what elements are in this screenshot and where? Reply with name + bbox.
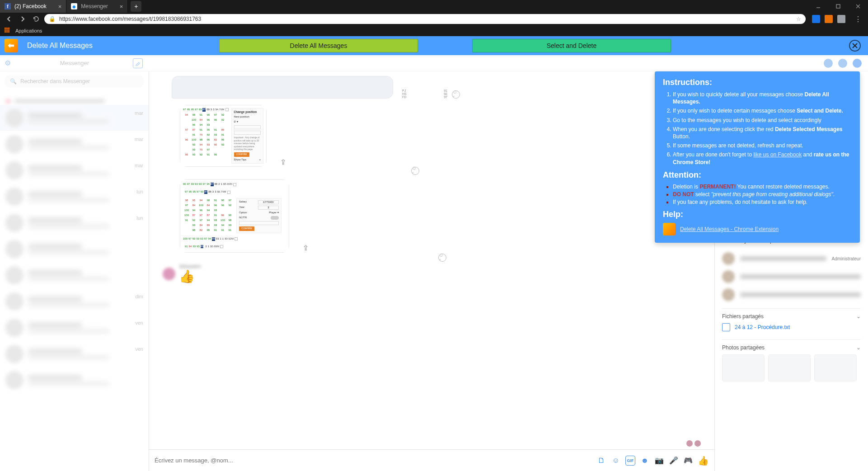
conversation-time: lun bbox=[136, 189, 143, 194]
extension-icon[interactable] bbox=[812, 15, 820, 23]
attachment-icon[interactable]: 🗋 bbox=[596, 456, 606, 466]
back-button[interactable] bbox=[4, 14, 14, 24]
shared-photos-section[interactable]: Photos partagées ⌄ bbox=[722, 344, 861, 351]
close-icon[interactable]: × bbox=[58, 3, 62, 10]
apps-label[interactable]: Applications bbox=[15, 28, 42, 33]
close-icon[interactable]: × bbox=[120, 3, 123, 10]
info-icon[interactable] bbox=[853, 59, 862, 68]
conversation-time: ven bbox=[135, 346, 143, 352]
emoji-icon[interactable]: ☻ bbox=[640, 456, 650, 466]
conversation-item[interactable]: mar bbox=[0, 131, 149, 157]
facebook-icon: f bbox=[5, 3, 11, 9]
photo-thumbnail[interactable] bbox=[768, 354, 811, 382]
conversation-item[interactable] bbox=[0, 236, 149, 262]
message-request-notice[interactable] bbox=[0, 91, 149, 105]
avatar bbox=[5, 214, 23, 232]
instructions-overlay: Instructions: If you wish to quickly del… bbox=[655, 71, 860, 243]
url-text: https://www.facebook.com/messages/t/1998… bbox=[59, 16, 793, 22]
reload-button[interactable] bbox=[31, 14, 42, 24]
conversation-time: ven bbox=[135, 320, 143, 325]
instruction-item: If you wish to quickly delete all your m… bbox=[673, 91, 852, 105]
messenger-icon: ◆ bbox=[71, 3, 77, 9]
conversation-item[interactable]: mar bbox=[0, 157, 149, 184]
sticker-icon[interactable]: ☺ bbox=[611, 456, 621, 466]
avatar bbox=[5, 266, 23, 284]
extension-title: Delete All Messages bbox=[27, 42, 93, 50]
voice-icon[interactable]: 🎤 bbox=[669, 456, 679, 466]
conversation-item[interactable]: dim bbox=[0, 288, 149, 315]
gear-icon[interactable]: ⚙ bbox=[5, 59, 11, 67]
chevron-down-icon: ⌄ bbox=[856, 313, 861, 320]
admin-label: Administrateur bbox=[832, 256, 861, 261]
photo-thumbnail[interactable] bbox=[722, 354, 765, 382]
like-facebook-link[interactable]: like us on Facebook bbox=[753, 151, 802, 158]
compose-button[interactable] bbox=[133, 58, 143, 68]
forward-button[interactable] bbox=[17, 14, 28, 24]
minimize-button[interactable] bbox=[808, 0, 828, 13]
avatar bbox=[5, 188, 23, 206]
photo-thumbnail[interactable] bbox=[814, 354, 857, 382]
extension-bar: Delete All Messages Delete All Messages … bbox=[0, 36, 868, 55]
maximize-button[interactable] bbox=[828, 0, 848, 13]
call-icon[interactable] bbox=[824, 59, 833, 68]
shared-files-section[interactable]: Fichiers partagés ⌄ bbox=[722, 313, 861, 320]
extension-icon[interactable] bbox=[825, 15, 833, 23]
add-reaction-icon[interactable]: ☺⁺ bbox=[411, 167, 419, 175]
attention-item: If you face any problems, do not hesitat… bbox=[673, 199, 852, 205]
member-row[interactable] bbox=[722, 286, 861, 304]
bookmark-star-icon[interactable]: ☆ bbox=[796, 16, 801, 22]
camera-icon[interactable]: 📷 bbox=[654, 456, 664, 466]
share-icon[interactable]: ⇪ bbox=[280, 158, 289, 167]
seen-indicators bbox=[686, 440, 701, 447]
select-and-delete-button[interactable]: Select and Delete bbox=[472, 39, 671, 52]
conversation-item[interactable] bbox=[0, 262, 149, 288]
browser-tab-facebook[interactable]: f (2) Facebook × bbox=[0, 0, 66, 13]
file-item[interactable]: 24 à 12 - Procédure.txt bbox=[722, 320, 861, 335]
member-row[interactable]: Administrateur bbox=[722, 250, 861, 268]
browser-tab-messenger[interactable]: ◆ Messenger × bbox=[66, 0, 128, 13]
apps-icon[interactable] bbox=[5, 28, 11, 34]
message-composer: 🗋 ☺ GIF ☻ 📷 🎤 🎮 👍 bbox=[149, 449, 714, 471]
help-link[interactable]: Delete All Messages - Chrome Extension bbox=[680, 226, 779, 232]
gif-icon[interactable]: GIF bbox=[625, 456, 635, 466]
conversation-item[interactable]: ven bbox=[0, 315, 149, 341]
thumb-up-button[interactable]: 👍 bbox=[698, 455, 709, 466]
conversation-time: lun bbox=[136, 215, 143, 221]
message-image[interactable]: 9795959793 878833$4.76M 949891909792 100… bbox=[180, 105, 267, 167]
conversation-item[interactable] bbox=[0, 367, 149, 393]
conversation-item[interactable]: mar bbox=[0, 105, 149, 131]
message-image[interactable]: 90979393939794 878821$5.90M 9795959793 8… bbox=[180, 179, 289, 253]
add-reaction-icon[interactable]: ☺⁺ bbox=[452, 90, 460, 99]
close-extension-button[interactable] bbox=[849, 40, 861, 52]
conversation-item[interactable]: ven bbox=[0, 341, 149, 367]
delete-all-messages-button[interactable]: Delete All Messages bbox=[219, 39, 418, 52]
close-window-button[interactable] bbox=[848, 0, 868, 13]
instruction-item: If some messages are not deleted, refres… bbox=[673, 142, 852, 149]
browser-menu-button[interactable]: ⋮ bbox=[852, 15, 864, 24]
avatar bbox=[5, 161, 23, 179]
search-input[interactable]: 🔍 Rechercher dans Messenger bbox=[5, 75, 144, 88]
messenger-header: ⚙ Messenger bbox=[0, 55, 868, 71]
member-row[interactable] bbox=[722, 268, 861, 286]
profile-avatar-icon[interactable] bbox=[837, 15, 845, 23]
sender-name: Sébastien bbox=[179, 264, 201, 269]
lock-icon: 🔒 bbox=[49, 16, 56, 22]
avatar bbox=[5, 371, 23, 389]
video-icon[interactable] bbox=[838, 59, 847, 68]
avatar bbox=[163, 268, 175, 280]
add-reaction-icon[interactable]: ☺⁺ bbox=[438, 254, 446, 262]
new-tab-button[interactable]: + bbox=[131, 1, 141, 12]
window-titlebar: f (2) Facebook × ◆ Messenger × + bbox=[0, 0, 868, 13]
message-input[interactable] bbox=[155, 457, 592, 464]
share-icon[interactable]: ⇪ bbox=[303, 244, 312, 253]
address-field[interactable]: 🔒 https://www.facebook.com/messages/t/19… bbox=[44, 14, 806, 24]
extension-icons bbox=[808, 15, 849, 23]
file-icon bbox=[722, 323, 730, 331]
conversation-time: mar bbox=[135, 163, 143, 168]
conversation-item[interactable]: lun bbox=[0, 210, 149, 236]
tab-title: (2) Facebook bbox=[14, 3, 47, 9]
conversation-item[interactable]: lun bbox=[0, 184, 149, 210]
extension-logo-icon bbox=[5, 39, 18, 52]
chevron-down-icon: ⌄ bbox=[856, 344, 861, 351]
games-icon[interactable]: 🎮 bbox=[683, 456, 693, 466]
